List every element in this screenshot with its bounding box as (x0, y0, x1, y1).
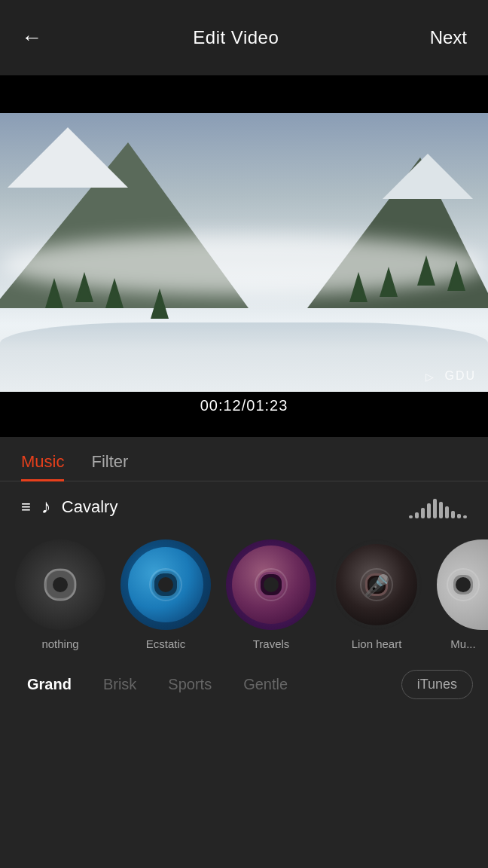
music-label-travels: Travels (253, 637, 290, 650)
tree-1 (45, 278, 63, 331)
now-playing-bar: ≡ ♪ Cavalry (0, 481, 488, 532)
tab-bar: Music Filter (0, 452, 488, 481)
video-player[interactable]: ▷ GDU 00:12/01:23 (0, 75, 488, 437)
tab-music[interactable]: Music (21, 452, 64, 481)
fog-layer (0, 234, 488, 295)
tree-5 (417, 255, 435, 308)
playlist-icon: ≡ (21, 497, 31, 517)
bar-1 (409, 515, 413, 518)
music-item-travels[interactable]: Travels (226, 539, 316, 650)
music-label-lionheart: Lion heart (352, 637, 402, 650)
music-thumb-travels (226, 539, 316, 630)
music-label-ecstatic: Ecstatic (146, 637, 186, 650)
category-gentle[interactable]: Gentle (231, 670, 300, 699)
category-sports[interactable]: Sports (156, 670, 224, 699)
music-grid: nothing Ecstatic Travels 🎤 Li (0, 532, 488, 658)
music-thumb-ecstatic (120, 539, 211, 630)
bar-5 (433, 499, 437, 518)
bar-8 (451, 511, 455, 518)
category-bar: Grand Brisk Sports Gentle iTunes (0, 658, 488, 711)
itunes-button[interactable]: iTunes (401, 670, 473, 699)
music-note-icon: ♪ (41, 495, 51, 518)
microphone-icon: 🎤 (364, 573, 390, 598)
music-item-mu[interactable]: Mu... (437, 539, 488, 650)
music-item-nothing[interactable]: nothing (15, 539, 105, 650)
music-label-mu: Mu... (450, 637, 475, 650)
tree-4 (447, 261, 465, 313)
music-thumb-mu (437, 539, 488, 630)
bar-4 (427, 503, 431, 518)
snow-right (383, 154, 473, 199)
bar-9 (457, 514, 461, 518)
video-frame: ▷ GDU (0, 113, 488, 392)
tree-6 (380, 267, 398, 319)
timecode: 00:12/01:23 (200, 397, 288, 414)
music-item-lionheart[interactable]: 🎤 Lion heart (331, 539, 422, 650)
video-background: ▷ GDU (0, 113, 488, 392)
bottom-panel: Music Filter ≡ ♪ Cavalry (0, 437, 488, 868)
snow-ground (0, 322, 488, 393)
category-grand[interactable]: Grand (15, 670, 84, 699)
page-title: Edit Video (193, 27, 279, 48)
header: ← Edit Video Next (0, 0, 488, 75)
bar-6 (439, 502, 443, 518)
bar-3 (421, 508, 425, 518)
back-button[interactable]: ← (21, 26, 42, 50)
gdu-watermark: GDU (444, 369, 476, 383)
play-icon: ▷ (425, 371, 434, 383)
sound-bars (409, 496, 467, 518)
music-label-nothing: nothing (41, 637, 78, 650)
bar-2 (415, 512, 419, 518)
next-button[interactable]: Next (430, 27, 467, 48)
music-thumb-nothing (15, 539, 105, 630)
category-brisk[interactable]: Brisk (91, 670, 148, 699)
tree-2 (75, 272, 93, 325)
music-thumb-lionheart: 🎤 (331, 539, 422, 630)
bar-10 (463, 515, 467, 518)
tab-filter[interactable]: Filter (91, 452, 128, 481)
track-name: Cavalry (62, 497, 398, 517)
bar-7 (445, 506, 449, 518)
snow-left (8, 127, 128, 188)
tree-7 (349, 272, 368, 325)
music-item-ecstatic[interactable]: Ecstatic (120, 539, 211, 650)
